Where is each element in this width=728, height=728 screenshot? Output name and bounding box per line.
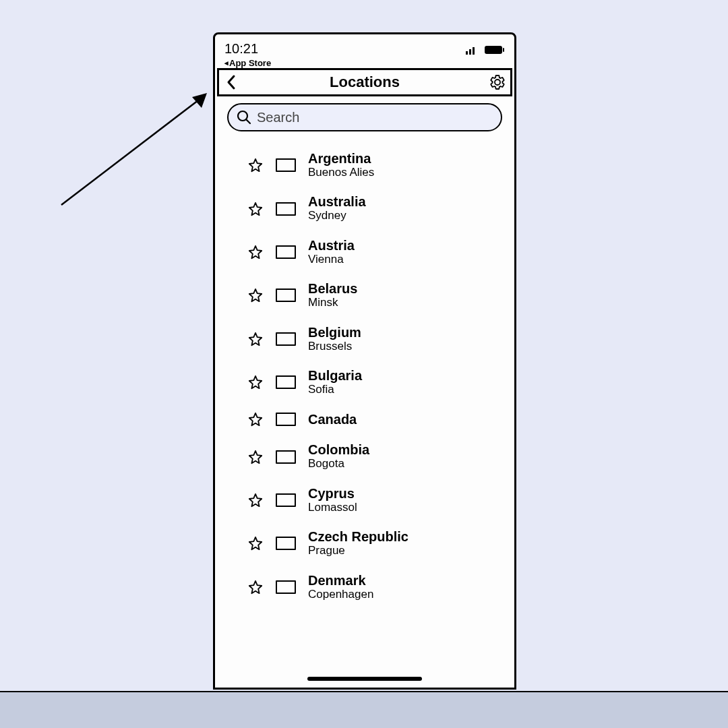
list-item[interactable]: BulgariaSofia [215, 361, 514, 404]
list-item[interactable]: AustraliaSydney [215, 187, 514, 230]
location-city: Sydney [308, 209, 366, 222]
location-text: Canada [308, 412, 357, 427]
status-bar: 10:21 App Store [215, 34, 514, 68]
favorite-button[interactable] [247, 411, 264, 427]
flag-icon [276, 493, 296, 507]
flag-icon [276, 450, 296, 464]
battery-icon [485, 45, 505, 55]
svg-rect-6 [503, 48, 504, 52]
location-name: Colombia [308, 442, 369, 457]
favorite-button[interactable] [247, 157, 264, 173]
star-icon [248, 412, 263, 427]
favorite-button[interactable] [247, 244, 264, 260]
signal-icon [466, 45, 479, 55]
location-text: CyprusLomassol [308, 486, 357, 514]
location-text: Czech RepublicPrague [308, 529, 408, 557]
location-name: Czech Republic [308, 529, 408, 544]
search-input[interactable] [257, 110, 493, 125]
flag-icon [276, 202, 296, 216]
favorite-button[interactable] [247, 201, 264, 217]
flag-icon [276, 245, 296, 259]
star-icon [248, 245, 263, 260]
search-icon [237, 110, 251, 125]
location-name: Canada [308, 412, 357, 427]
back-to-app-link[interactable]: App Store [224, 58, 271, 68]
location-name: Australia [308, 194, 366, 209]
flag-icon [276, 537, 296, 550]
svg-rect-5 [485, 46, 502, 54]
chevron-left-icon [226, 74, 237, 90]
settings-button[interactable] [489, 73, 506, 91]
back-button[interactable] [223, 74, 239, 90]
favorite-button[interactable] [247, 535, 264, 551]
flag-icon [276, 289, 296, 302]
list-item[interactable]: AustriaVienna [215, 231, 514, 274]
location-text: ArgentinaBuenos Alies [308, 151, 374, 179]
favorite-button[interactable] [247, 374, 264, 390]
location-name: Cyprus [308, 486, 357, 501]
location-text: AustraliaSydney [308, 194, 366, 222]
star-icon [248, 536, 263, 551]
flag-icon [276, 158, 296, 172]
flag-icon [276, 580, 296, 594]
svg-marker-1 [192, 93, 207, 108]
baseline-rule [0, 691, 728, 692]
favorite-button[interactable] [247, 287, 264, 303]
svg-rect-3 [469, 49, 471, 55]
star-icon [248, 158, 263, 173]
star-icon [248, 288, 263, 303]
star-icon [248, 580, 263, 595]
svg-rect-2 [466, 51, 468, 55]
search-box[interactable] [227, 103, 502, 131]
search-container [215, 96, 514, 138]
list-item[interactable]: Czech RepublicPrague [215, 522, 514, 565]
location-city: Buenos Alies [308, 166, 374, 179]
status-time: 10:21 [224, 41, 271, 57]
favorite-button[interactable] [247, 579, 264, 595]
list-item[interactable]: CyprusLomassol [215, 479, 514, 522]
location-name: Argentina [308, 151, 374, 166]
list-item[interactable]: BelgiumBrussels [215, 317, 514, 361]
location-name: Belgium [308, 325, 361, 340]
location-text: DenmarkCopenhagen [308, 573, 373, 601]
bottom-strip [0, 692, 728, 728]
svg-rect-4 [473, 47, 475, 55]
list-item[interactable]: BelarusMinsk [215, 274, 514, 317]
location-text: BelarusMinsk [308, 281, 357, 309]
star-icon [248, 375, 263, 390]
location-name: Bulgaria [308, 368, 362, 383]
favorite-button[interactable] [247, 331, 264, 347]
location-city: Sofia [308, 383, 362, 396]
favorite-button[interactable] [247, 449, 264, 465]
flag-icon [276, 413, 296, 426]
gear-icon [489, 74, 506, 90]
star-icon [248, 493, 263, 508]
favorite-button[interactable] [247, 492, 264, 508]
svg-line-8 [247, 120, 251, 124]
flag-icon [276, 375, 296, 389]
locations-list: ArgentinaBuenos AliesAustraliaSydneyAust… [215, 138, 514, 614]
location-name: Belarus [308, 281, 357, 296]
location-text: BulgariaSofia [308, 368, 362, 396]
list-item[interactable]: DenmarkCopenhagen [215, 566, 514, 609]
flag-icon [276, 332, 296, 346]
star-icon [248, 332, 263, 346]
nav-bar: Locations [217, 68, 512, 96]
location-city: Brussels [308, 340, 361, 353]
list-item[interactable]: ArgentinaBuenos Alies [215, 144, 514, 187]
location-text: ColombiaBogota [308, 442, 369, 471]
location-city: Prague [308, 544, 408, 557]
svg-line-0 [61, 96, 204, 205]
location-text: AustriaVienna [308, 238, 355, 266]
star-icon [248, 450, 263, 464]
star-icon [248, 202, 263, 216]
home-indicator[interactable] [307, 677, 422, 681]
list-item[interactable]: Canada [215, 404, 514, 435]
location-city: Copenhagen [308, 588, 373, 601]
page-title: Locations [330, 73, 400, 91]
annotation-arrow-icon [57, 88, 212, 209]
phone-frame: 10:21 App Store [213, 32, 516, 690]
list-item[interactable]: ColombiaBogota [215, 435, 514, 478]
location-name: Denmark [308, 573, 373, 588]
location-text: BelgiumBrussels [308, 325, 361, 353]
